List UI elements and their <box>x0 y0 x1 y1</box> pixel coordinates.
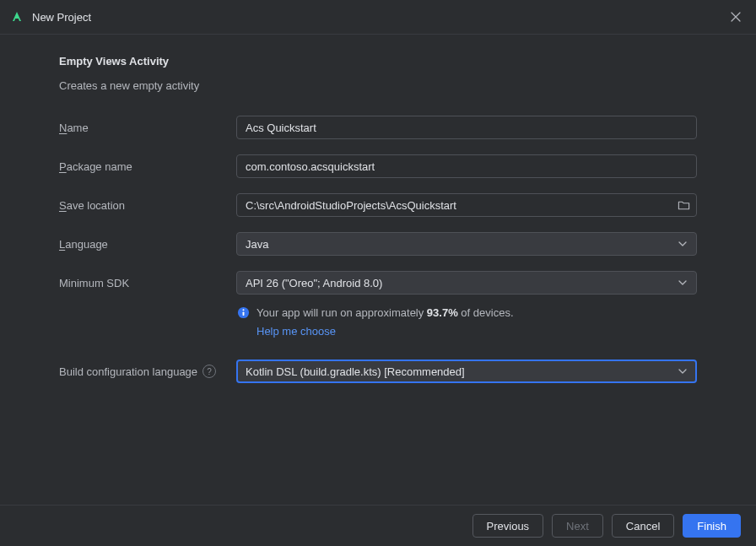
section-description: Creates a new empty activity <box>59 79 697 92</box>
min-sdk-info-text: Your app will run on approximately 93.7%… <box>256 305 514 339</box>
label-name: Name <box>59 122 236 134</box>
label-package-name: Package name <box>59 160 236 173</box>
svg-rect-2 <box>242 311 244 316</box>
label-language: Language <box>59 238 236 251</box>
info-icon <box>236 305 250 319</box>
chevron-down-icon <box>678 239 688 249</box>
help-icon[interactable]: ? <box>202 365 216 378</box>
build-config-select-value: Kotlin DSL (build.gradle.kts) [Recommend… <box>246 365 465 378</box>
folder-icon <box>678 199 690 212</box>
chevron-down-icon <box>678 278 688 288</box>
browse-folder-button[interactable] <box>677 198 690 212</box>
label-build-config: Build configuration language ? <box>59 365 236 378</box>
chevron-down-icon <box>678 366 688 376</box>
label-save-location: Save location <box>59 199 236 212</box>
android-studio-icon <box>10 10 24 24</box>
section-title: Empty Views Activity <box>59 55 697 68</box>
window-title: New Project <box>32 11 91 24</box>
save-location-input[interactable] <box>236 193 697 217</box>
build-config-select[interactable]: Kotlin DSL (build.gradle.kts) [Recommend… <box>236 359 697 383</box>
language-select[interactable]: Java <box>236 232 697 256</box>
cancel-button[interactable]: Cancel <box>612 514 674 538</box>
name-input[interactable] <box>236 116 697 139</box>
min-sdk-select[interactable]: API 26 ("Oreo"; Android 8.0) <box>236 271 697 295</box>
row-build-config: Build configuration language ? Kotlin DS… <box>59 359 697 383</box>
titlebar: New Project <box>0 0 756 35</box>
row-package-name: Package name <box>59 154 697 178</box>
close-icon <box>731 12 741 22</box>
svg-point-1 <box>242 309 244 311</box>
content-area: Empty Views Activity Creates a new empty… <box>0 35 756 383</box>
min-sdk-info: Your app will run on approximately 93.7%… <box>236 305 697 339</box>
help-me-choose-link[interactable]: Help me choose <box>256 323 336 340</box>
close-button[interactable] <box>726 7 746 27</box>
next-button: Next <box>552 514 603 538</box>
row-name: Name <box>59 116 697 139</box>
min-sdk-select-value: API 26 ("Oreo"; Android 8.0) <box>246 277 382 289</box>
row-language: Language Java <box>59 232 697 256</box>
language-select-value: Java <box>246 238 268 251</box>
label-min-sdk: Minimum SDK <box>59 277 236 289</box>
previous-button[interactable]: Previous <box>472 514 544 538</box>
footer: Previous Next Cancel Finish <box>0 505 756 546</box>
row-min-sdk: Minimum SDK API 26 ("Oreo"; Android 8.0) <box>59 271 697 295</box>
row-save-location: Save location <box>59 193 697 217</box>
finish-button[interactable]: Finish <box>683 514 741 538</box>
package-name-input[interactable] <box>236 154 697 178</box>
